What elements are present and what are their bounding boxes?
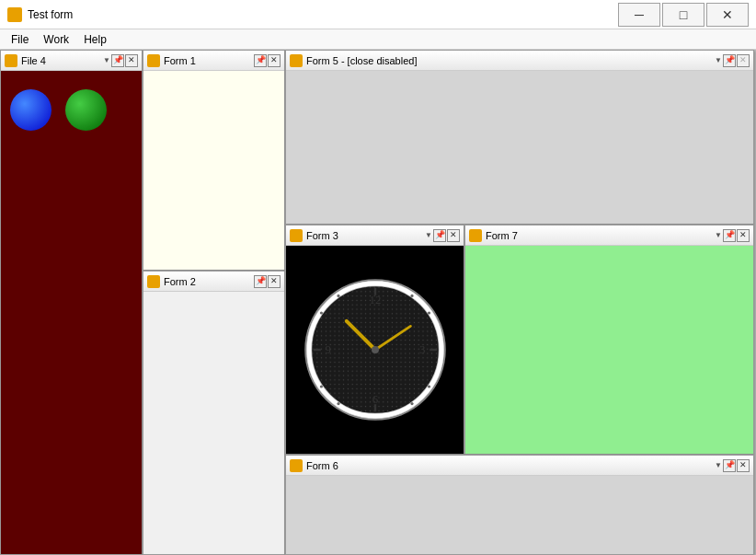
form6-background <box>286 476 753 554</box>
dropdown-icon-form7[interactable]: ▼ <box>715 231 722 239</box>
dropdown-icon-form6[interactable]: ▼ <box>715 461 722 469</box>
minimize-button[interactable]: ─ <box>618 3 660 27</box>
svg-point-12 <box>337 402 339 405</box>
window-file4: File 4 ▼ 📌 ✕ <box>0 50 143 555</box>
content-form1 <box>143 71 284 270</box>
title-text-file4: File 4 <box>21 55 99 66</box>
maximize-button[interactable]: □ <box>662 3 704 27</box>
titlebar-form2[interactable]: Form 2 📌 ✕ <box>143 272 284 292</box>
dropdown-icon-form5[interactable]: ▼ <box>715 56 722 64</box>
close-button-form7[interactable]: ✕ <box>737 229 750 242</box>
menu-file[interactable]: File <box>4 31 36 48</box>
window-icon-form5 <box>290 54 303 67</box>
controls-form5: ▼ 📌 ✕ <box>715 54 750 67</box>
content-form7 <box>465 246 753 454</box>
svg-point-9 <box>427 311 430 314</box>
blue-circle <box>10 89 52 131</box>
title-bar: Test form ─ □ ✕ <box>0 0 756 29</box>
content-form5 <box>286 71 753 224</box>
close-button[interactable]: ✕ <box>706 3 749 27</box>
title-text-form2: Form 2 <box>164 276 250 287</box>
window-icon-form7 <box>469 229 482 242</box>
titlebar-form5[interactable]: Form 5 - [close disabled] ▼ 📌 ✕ <box>286 51 753 71</box>
menu-help[interactable]: Help <box>76 31 114 48</box>
title-text-form6: Form 6 <box>306 460 711 471</box>
dropdown-icon-file4[interactable]: ▼ <box>103 56 110 64</box>
window-form2: Form 2 📌 ✕ <box>143 271 285 555</box>
svg-text:9: 9 <box>325 343 330 356</box>
titlebar-file4[interactable]: File 4 ▼ 📌 ✕ <box>1 51 142 71</box>
green-circle <box>65 89 107 131</box>
title-bar-controls: ─ □ ✕ <box>618 3 749 27</box>
form1-background <box>143 71 284 270</box>
window-icon-form1 <box>147 54 160 67</box>
window-icon-form6 <box>290 459 303 472</box>
close-button-form6[interactable]: ✕ <box>737 459 750 472</box>
pin-button-form2[interactable]: 📌 <box>254 275 267 288</box>
svg-point-13 <box>319 385 322 387</box>
dropdown-icon-form3[interactable]: ▼ <box>425 231 432 239</box>
window-icon-form2 <box>147 275 160 288</box>
controls-form3: ▼ 📌 ✕ <box>425 229 460 242</box>
window-form7: Form 7 ▼ 📌 ✕ <box>464 225 754 455</box>
titlebar-form3[interactable]: Form 3 ▼ 📌 ✕ <box>286 225 464 246</box>
content-form2 <box>143 292 284 554</box>
titlebar-form6[interactable]: Form 6 ▼ 📌 ✕ <box>286 456 753 476</box>
form3-background: 12 3 6 9 <box>286 246 464 454</box>
file4-background <box>1 71 142 554</box>
pin-button-form5[interactable]: 📌 <box>723 54 736 67</box>
title-text-form3: Form 3 <box>306 230 421 241</box>
controls-form1: 📌 ✕ <box>254 54 281 67</box>
pin-button-form3[interactable]: 📌 <box>433 229 446 242</box>
mdi-container: File 4 ▼ 📌 ✕ Form 1 📌 ✕ <box>0 50 756 555</box>
pin-button-form1[interactable]: 📌 <box>254 54 267 67</box>
titlebar-form7[interactable]: Form 7 ▼ 📌 ✕ <box>465 225 753 246</box>
controls-form2: 📌 ✕ <box>254 275 281 288</box>
close-button-form2[interactable]: ✕ <box>268 275 281 288</box>
controls-file4: ▼ 📌 ✕ <box>103 54 138 67</box>
svg-text:3: 3 <box>418 343 424 356</box>
title-text-form5: Form 5 - [close disabled] <box>306 55 711 66</box>
svg-point-10 <box>427 385 430 387</box>
content-form6 <box>286 476 753 554</box>
svg-text:12: 12 <box>369 294 381 306</box>
app-icon <box>7 7 22 22</box>
content-file4 <box>1 71 142 554</box>
form5-background <box>286 71 753 224</box>
svg-point-11 <box>410 402 413 405</box>
pin-button-form6[interactable]: 📌 <box>723 459 736 472</box>
controls-form7: ▼ 📌 ✕ <box>715 229 750 242</box>
title-text-form1: Form 1 <box>164 55 250 66</box>
window-form6: Form 6 ▼ 📌 ✕ <box>285 455 754 555</box>
analog-clock: 12 3 6 9 <box>302 276 449 423</box>
form2-background <box>143 292 284 554</box>
close-button-form3[interactable]: ✕ <box>447 229 460 242</box>
title-text-form7: Form 7 <box>486 230 711 241</box>
svg-point-22 <box>372 346 379 353</box>
titlebar-form1[interactable]: Form 1 📌 ✕ <box>143 51 284 71</box>
content-form3: 12 3 6 9 <box>286 246 464 454</box>
window-form3: Form 3 ▼ 📌 ✕ <box>285 225 464 455</box>
menu-work[interactable]: Work <box>36 31 76 48</box>
svg-point-15 <box>337 295 339 297</box>
svg-point-14 <box>319 311 322 314</box>
controls-form6: ▼ 📌 ✕ <box>715 459 750 472</box>
close-button-form1[interactable]: ✕ <box>268 54 281 67</box>
menu-bar: File Work Help <box>0 29 756 50</box>
form7-background <box>465 246 753 454</box>
svg-text:6: 6 <box>372 393 378 406</box>
window-icon-file4 <box>5 54 17 67</box>
close-button-form5[interactable]: ✕ <box>737 54 750 67</box>
app-title: Test form <box>28 8 613 21</box>
window-form1: Form 1 📌 ✕ <box>143 50 285 271</box>
pin-button-file4[interactable]: 📌 <box>111 54 124 67</box>
window-form5: Form 5 - [close disabled] ▼ 📌 ✕ <box>285 50 754 225</box>
svg-point-8 <box>410 295 413 297</box>
close-button-file4[interactable]: ✕ <box>125 54 138 67</box>
window-icon-form3 <box>290 229 303 242</box>
pin-button-form7[interactable]: 📌 <box>723 229 736 242</box>
